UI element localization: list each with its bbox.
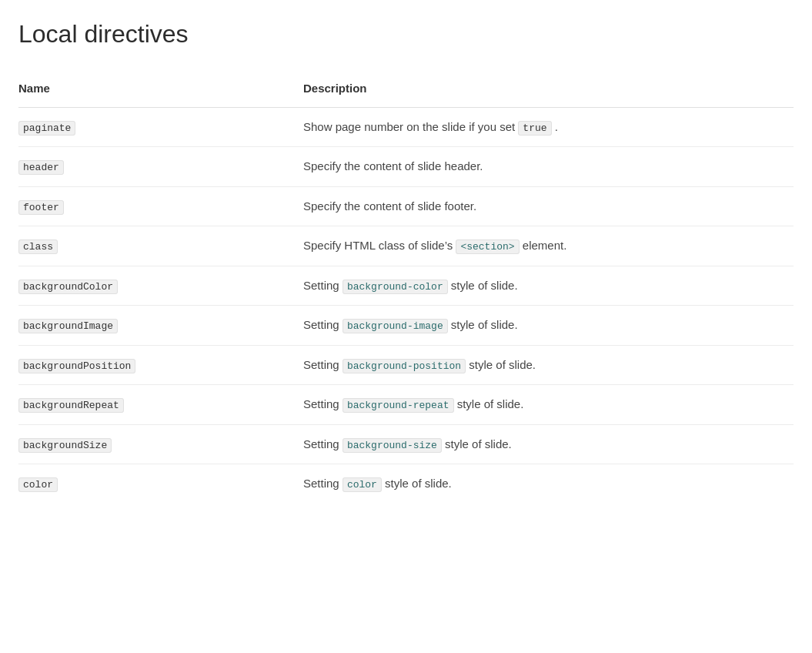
directive-description: Setting background-size style of slide.	[303, 436, 794, 454]
directive-description: Setting background-image style of slide.	[303, 316, 794, 334]
directive-name: class	[18, 237, 303, 255]
inline-code-teal: background-position	[343, 359, 466, 373]
directive-description: Specify the content of slide footer.	[303, 198, 794, 216]
directive-description: Specify the content of slide header.	[303, 158, 794, 176]
directive-description: Setting background-repeat style of slide…	[303, 396, 794, 414]
directive-name: backgroundPosition	[18, 357, 303, 374]
table-header: Name Description	[18, 74, 794, 108]
directive-name: backgroundRepeat	[18, 396, 303, 414]
table-row: classSpecify HTML class of slide’s <sect…	[18, 226, 794, 266]
directive-name-code: backgroundSize	[18, 438, 112, 453]
table-row: backgroundSizeSetting background-size st…	[18, 425, 794, 465]
table-row: footerSpecify the content of slide foote…	[18, 187, 794, 227]
inline-code-teal: background-color	[343, 280, 448, 294]
directive-name-code: backgroundImage	[18, 319, 118, 333]
inline-code-teal: background-size	[343, 438, 442, 453]
directive-description: Specify HTML class of slide’s <section> …	[303, 237, 794, 255]
directive-name: backgroundImage	[18, 316, 303, 334]
col-header-description: Description	[303, 80, 794, 98]
directive-description: Setting color style of slide.	[303, 475, 794, 493]
directive-description: Setting background-color style of slide.	[303, 277, 794, 295]
directive-description: Setting background-position style of sli…	[303, 357, 794, 374]
directive-name-code: footer	[18, 200, 64, 215]
table-row: headerSpecify the content of slide heade…	[18, 147, 794, 187]
directive-name-code: backgroundPosition	[18, 359, 135, 373]
directive-name-code: color	[18, 477, 58, 492]
directive-name: header	[18, 158, 303, 176]
directive-name: footer	[18, 198, 303, 216]
table-row: paginateShow page number on the slide if…	[18, 108, 794, 148]
table-row: backgroundImageSetting background-image …	[18, 306, 794, 346]
table-row: colorSetting color style of slide.	[18, 464, 794, 504]
inline-code-teal: background-repeat	[343, 398, 454, 413]
directive-name-code: class	[18, 239, 58, 254]
directive-name: paginate	[18, 119, 303, 136]
inline-code-teal: <section>	[456, 239, 519, 254]
directive-name: color	[18, 475, 303, 493]
directive-name: backgroundSize	[18, 436, 303, 454]
inline-code: true	[518, 121, 551, 136]
table-body: paginateShow page number on the slide if…	[18, 108, 794, 504]
page-title: Local directives	[18, 15, 794, 52]
directive-name-code: backgroundColor	[18, 280, 118, 294]
table-row: backgroundRepeatSetting background-repea…	[18, 385, 794, 425]
table-row: backgroundPositionSetting background-pos…	[18, 346, 794, 386]
inline-code-teal: background-image	[343, 319, 448, 333]
directive-name-code: paginate	[18, 121, 75, 136]
col-header-name: Name	[18, 80, 303, 98]
directive-name-code: backgroundRepeat	[18, 398, 124, 413]
table-row: backgroundColorSetting background-color …	[18, 266, 794, 306]
directives-table: Name Description paginateShow page numbe…	[18, 74, 794, 504]
directive-description: Show page number on the slide if you set…	[303, 119, 794, 136]
directive-name: backgroundColor	[18, 277, 303, 295]
inline-code-teal: color	[343, 477, 382, 492]
directive-name-code: header	[18, 160, 64, 175]
